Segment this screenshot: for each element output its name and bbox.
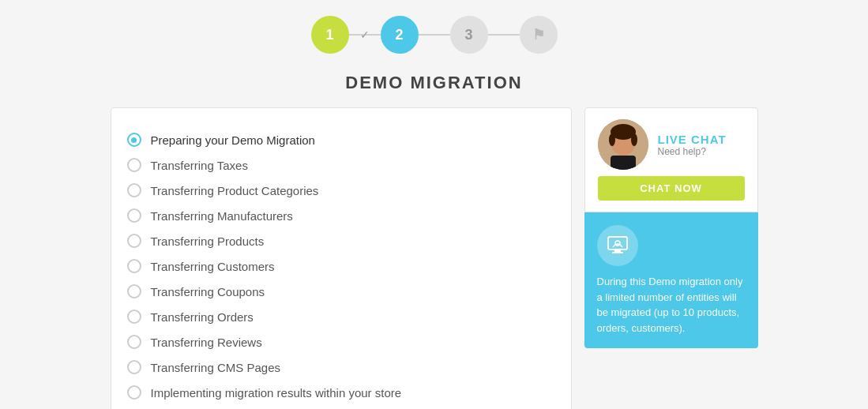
flag-icon: ⚑ [532, 26, 545, 43]
step-2: 2 [381, 16, 419, 54]
migration-item: Transferring Customers [127, 253, 555, 279]
radio-circle [127, 234, 141, 248]
migration-item: Implementing migration results within yo… [127, 380, 555, 405]
agent-svg [598, 119, 648, 170]
info-text: During this Demo migration only a limite… [597, 274, 746, 336]
radio-circle [127, 284, 141, 298]
migration-item: Transferring Taxes [127, 152, 555, 178]
migration-item: Transferring Products [127, 228, 555, 253]
step-1: 1 [311, 16, 349, 54]
migration-label: Transferring Coupons [151, 285, 265, 298]
main-content: Preparing your Demo MigrationTransferrin… [111, 107, 758, 409]
sidebar: LIVE CHAT Need help? CHAT NOW During thi… [584, 107, 758, 409]
step-connector-3 [488, 34, 520, 36]
need-help-label: Need help? [658, 146, 727, 157]
radio-circle [127, 360, 141, 374]
step-3: 3 [450, 16, 488, 54]
info-icon [597, 225, 638, 266]
chat-now-button[interactable]: CHAT NOW [598, 176, 745, 201]
migration-item: Transferring CMS Pages [127, 355, 555, 380]
stepper: 1 ✓ 2 3 ⚑ [311, 16, 558, 54]
migration-item: Transferring Product Categories [127, 178, 555, 203]
radio-circle [127, 310, 141, 324]
migration-item: Preparing your Demo Migration [127, 127, 555, 152]
svg-rect-9 [612, 252, 623, 253]
avatar [598, 119, 648, 170]
agent-row: LIVE CHAT Need help? [598, 119, 745, 170]
migration-label: Transferring Manufacturers [151, 209, 293, 223]
migration-panel: Preparing your Demo MigrationTransferrin… [111, 107, 572, 409]
migration-item: Transferring Orders [127, 304, 555, 329]
radio-circle [127, 183, 141, 197]
step-connector-1: ✓ [349, 34, 381, 36]
live-chat-box: LIVE CHAT Need help? CHAT NOW [584, 107, 758, 212]
migration-label: Transferring Orders [151, 310, 254, 324]
svg-rect-6 [611, 156, 636, 170]
monitor-icon [607, 235, 629, 257]
svg-rect-8 [614, 250, 621, 252]
svg-point-5 [631, 133, 637, 146]
migration-label: Implementing migration results within yo… [151, 386, 402, 400]
radio-circle [127, 208, 141, 223]
radio-circle [127, 335, 141, 349]
page-title: DEMO MIGRATION [345, 73, 522, 93]
migration-label: Transferring Customers [151, 260, 275, 273]
step-connector-2 [419, 34, 450, 36]
migration-label: Transferring CMS Pages [151, 361, 281, 374]
migration-label: Transferring Taxes [151, 159, 248, 172]
radio-circle [127, 158, 141, 172]
svg-point-4 [609, 133, 615, 146]
migration-label: Transferring Products [151, 235, 265, 248]
live-chat-label: LIVE CHAT [658, 133, 727, 146]
agent-info: LIVE CHAT Need help? [658, 133, 727, 157]
radio-circle [127, 385, 141, 400]
info-box: During this Demo migration only a limite… [584, 212, 758, 348]
migration-label: Transferring Reviews [151, 336, 262, 349]
migration-item: Transferring Coupons [127, 279, 555, 304]
radio-circle [127, 259, 141, 273]
migration-label: Transferring Product Categories [151, 184, 319, 197]
step-flag: ⚑ [520, 16, 558, 54]
step-check-icon: ✓ [360, 28, 370, 41]
migration-item: Transferring Reviews [127, 329, 555, 355]
migration-label: Preparing your Demo Migration [151, 133, 315, 147]
migration-item: Transferring Manufacturers [127, 203, 555, 228]
svg-rect-7 [608, 237, 627, 250]
radio-circle [127, 133, 141, 147]
